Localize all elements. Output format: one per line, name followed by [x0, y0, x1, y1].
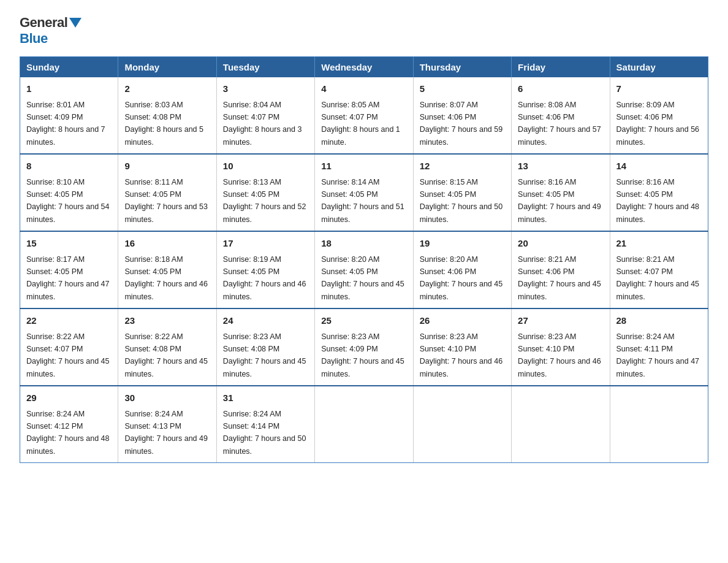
calendar-table: SundayMondayTuesdayWednesdayThursdayFrid…: [20, 56, 708, 463]
day-info: Sunrise: 8:23 AMSunset: 4:10 PMDaylight:…: [518, 332, 601, 378]
logo-triangle-icon: [69, 18, 82, 28]
day-info: Sunrise: 8:24 AMSunset: 4:14 PMDaylight:…: [223, 410, 306, 456]
day-number: 22: [26, 314, 112, 328]
calendar-cell: 22Sunrise: 8:22 AMSunset: 4:07 PMDayligh…: [20, 308, 118, 386]
day-number: 1: [26, 82, 112, 96]
day-number: 30: [124, 391, 210, 405]
calendar-cell: 6Sunrise: 8:08 AMSunset: 4:06 PMDaylight…: [512, 77, 610, 154]
day-number: 2: [124, 82, 210, 96]
day-number: 6: [518, 82, 603, 96]
calendar-week-row: 22Sunrise: 8:22 AMSunset: 4:07 PMDayligh…: [20, 308, 708, 386]
day-number: 29: [26, 391, 112, 405]
col-header-saturday: Saturday: [610, 57, 708, 78]
day-info: Sunrise: 8:24 AMSunset: 4:13 PMDaylight:…: [124, 410, 208, 456]
calendar-cell: 17Sunrise: 8:19 AMSunset: 4:05 PMDayligh…: [216, 231, 314, 308]
calendar-cell: 23Sunrise: 8:22 AMSunset: 4:08 PMDayligh…: [118, 308, 216, 386]
day-info: Sunrise: 8:19 AMSunset: 4:05 PMDaylight:…: [223, 255, 306, 301]
day-info: Sunrise: 8:16 AMSunset: 4:05 PMDaylight:…: [616, 178, 700, 224]
calendar-cell: 8Sunrise: 8:10 AMSunset: 4:05 PMDaylight…: [20, 154, 118, 231]
day-info: Sunrise: 8:20 AMSunset: 4:05 PMDaylight:…: [321, 255, 404, 301]
day-info: Sunrise: 8:17 AMSunset: 4:05 PMDaylight:…: [26, 255, 110, 301]
calendar-cell: 28Sunrise: 8:24 AMSunset: 4:11 PMDayligh…: [610, 308, 708, 386]
col-header-tuesday: Tuesday: [216, 57, 314, 78]
col-header-friday: Friday: [512, 57, 610, 78]
day-info: Sunrise: 8:14 AMSunset: 4:05 PMDaylight:…: [321, 178, 404, 224]
day-info: Sunrise: 8:22 AMSunset: 4:07 PMDaylight:…: [26, 332, 110, 378]
day-info: Sunrise: 8:05 AMSunset: 4:07 PMDaylight:…: [321, 101, 400, 147]
day-info: Sunrise: 8:07 AMSunset: 4:06 PMDaylight:…: [420, 101, 503, 147]
day-info: Sunrise: 8:09 AMSunset: 4:06 PMDaylight:…: [616, 101, 700, 147]
day-number: 4: [321, 82, 406, 96]
calendar-cell: 5Sunrise: 8:07 AMSunset: 4:06 PMDaylight…: [413, 77, 511, 154]
day-number: 15: [26, 237, 112, 251]
calendar-cell: 11Sunrise: 8:14 AMSunset: 4:05 PMDayligh…: [315, 154, 413, 231]
day-info: Sunrise: 8:10 AMSunset: 4:05 PMDaylight:…: [26, 178, 110, 224]
day-number: 12: [420, 159, 505, 174]
day-number: 21: [616, 237, 702, 251]
calendar-header-row: SundayMondayTuesdayWednesdayThursdayFrid…: [20, 57, 708, 78]
calendar-cell: 29Sunrise: 8:24 AMSunset: 4:12 PMDayligh…: [20, 386, 118, 463]
day-number: 11: [321, 159, 406, 174]
calendar-cell: 21Sunrise: 8:21 AMSunset: 4:07 PMDayligh…: [610, 231, 708, 308]
calendar-week-row: 1Sunrise: 8:01 AMSunset: 4:09 PMDaylight…: [20, 77, 708, 154]
calendar-cell: 4Sunrise: 8:05 AMSunset: 4:07 PMDaylight…: [315, 77, 413, 154]
calendar-cell: 26Sunrise: 8:23 AMSunset: 4:10 PMDayligh…: [413, 308, 511, 386]
calendar-cell: 25Sunrise: 8:23 AMSunset: 4:09 PMDayligh…: [315, 308, 413, 386]
day-number: 9: [124, 159, 210, 174]
day-info: Sunrise: 8:21 AMSunset: 4:06 PMDaylight:…: [518, 255, 601, 301]
day-number: 13: [518, 159, 603, 174]
calendar-cell: 14Sunrise: 8:16 AMSunset: 4:05 PMDayligh…: [610, 154, 708, 231]
calendar-cell: 16Sunrise: 8:18 AMSunset: 4:05 PMDayligh…: [118, 231, 216, 308]
calendar-cell: 30Sunrise: 8:24 AMSunset: 4:13 PMDayligh…: [118, 386, 216, 463]
day-number: 20: [518, 237, 603, 251]
day-number: 25: [321, 314, 406, 328]
calendar-cell: 24Sunrise: 8:23 AMSunset: 4:08 PMDayligh…: [216, 308, 314, 386]
calendar-cell: 7Sunrise: 8:09 AMSunset: 4:06 PMDaylight…: [610, 77, 708, 154]
calendar-cell: 13Sunrise: 8:16 AMSunset: 4:05 PMDayligh…: [512, 154, 610, 231]
col-header-sunday: Sunday: [20, 57, 118, 78]
page-header: General Blue: [20, 15, 708, 47]
day-info: Sunrise: 8:24 AMSunset: 4:12 PMDaylight:…: [26, 410, 110, 456]
day-number: 10: [223, 159, 308, 174]
day-info: Sunrise: 8:23 AMSunset: 4:10 PMDaylight:…: [420, 332, 503, 378]
day-number: 28: [616, 314, 702, 328]
calendar-cell: 20Sunrise: 8:21 AMSunset: 4:06 PMDayligh…: [512, 231, 610, 308]
day-number: 27: [518, 314, 603, 328]
day-info: Sunrise: 8:21 AMSunset: 4:07 PMDaylight:…: [616, 255, 700, 301]
day-info: Sunrise: 8:01 AMSunset: 4:09 PMDaylight:…: [26, 101, 105, 147]
day-info: Sunrise: 8:18 AMSunset: 4:05 PMDaylight:…: [124, 255, 208, 301]
day-number: 19: [420, 237, 505, 251]
logo: General Blue: [20, 15, 82, 47]
day-number: 31: [223, 391, 308, 405]
day-number: 14: [616, 159, 702, 174]
day-number: 8: [26, 159, 112, 174]
day-number: 5: [420, 82, 505, 96]
col-header-thursday: Thursday: [413, 57, 511, 78]
day-info: Sunrise: 8:04 AMSunset: 4:07 PMDaylight:…: [223, 101, 302, 147]
calendar-cell: 19Sunrise: 8:20 AMSunset: 4:06 PMDayligh…: [413, 231, 511, 308]
col-header-monday: Monday: [118, 57, 216, 78]
day-info: Sunrise: 8:03 AMSunset: 4:08 PMDaylight:…: [124, 101, 203, 147]
calendar-cell: 3Sunrise: 8:04 AMSunset: 4:07 PMDaylight…: [216, 77, 314, 154]
day-info: Sunrise: 8:22 AMSunset: 4:08 PMDaylight:…: [124, 332, 208, 378]
calendar-cell: [315, 386, 413, 463]
day-info: Sunrise: 8:11 AMSunset: 4:05 PMDaylight:…: [124, 178, 208, 224]
day-number: 16: [124, 237, 210, 251]
logo-general-text: General: [20, 15, 67, 31]
calendar-cell: 15Sunrise: 8:17 AMSunset: 4:05 PMDayligh…: [20, 231, 118, 308]
day-info: Sunrise: 8:23 AMSunset: 4:09 PMDaylight:…: [321, 332, 404, 378]
calendar-cell: 9Sunrise: 8:11 AMSunset: 4:05 PMDaylight…: [118, 154, 216, 231]
logo-blue-text: Blue: [20, 31, 48, 46]
calendar-week-row: 29Sunrise: 8:24 AMSunset: 4:12 PMDayligh…: [20, 386, 708, 463]
calendar-cell: [413, 386, 511, 463]
calendar-week-row: 8Sunrise: 8:10 AMSunset: 4:05 PMDaylight…: [20, 154, 708, 231]
calendar-cell: 1Sunrise: 8:01 AMSunset: 4:09 PMDaylight…: [20, 77, 118, 154]
calendar-cell: 31Sunrise: 8:24 AMSunset: 4:14 PMDayligh…: [216, 386, 314, 463]
day-number: 18: [321, 237, 406, 251]
day-info: Sunrise: 8:23 AMSunset: 4:08 PMDaylight:…: [223, 332, 306, 378]
col-header-wednesday: Wednesday: [315, 57, 413, 78]
day-number: 26: [420, 314, 505, 328]
calendar-cell: [610, 386, 708, 463]
day-info: Sunrise: 8:16 AMSunset: 4:05 PMDaylight:…: [518, 178, 601, 224]
calendar-cell: [512, 386, 610, 463]
